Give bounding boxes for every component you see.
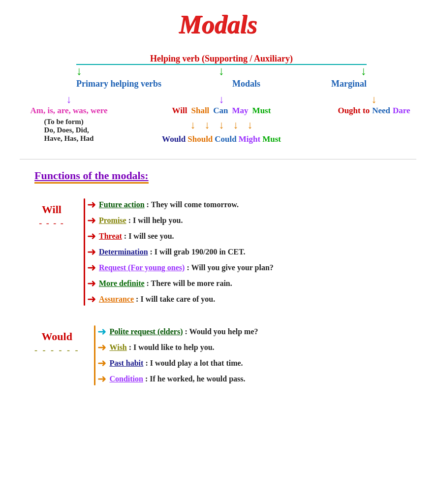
past-habit-text: Past habit : I would play a lot that tim… [109, 359, 243, 368]
would-func-1: ➜ Polite request (elders) : Would you he… [97, 325, 258, 338]
branch-primary: Primary helping verbs [76, 79, 161, 89]
tree-arrows-row: ↓ ↓ ↓ [76, 65, 367, 79]
modals-bottom-row: Would Should Could Might Must [118, 134, 325, 144]
would-bracket-line [94, 325, 95, 385]
branch-modals: Modals [232, 79, 260, 89]
arrow-more-definite: ➜ [87, 277, 96, 290]
functions-section: Functions of the modals: Will - - - - ➜ … [20, 169, 416, 385]
assurance-body: : I will take care of you. [136, 295, 215, 303]
would-bracket-container: ➜ Polite request (elders) : Would you he… [94, 325, 258, 385]
past-habit-body: : I would play a lot that time. [145, 359, 243, 367]
page-title: Modals [20, 10, 416, 39]
purple-arrow-marginal: ↓ [372, 93, 377, 106]
arrow-request: ➜ [87, 261, 96, 274]
past-habit-label: Past habit [109, 359, 143, 367]
could-label: Could [215, 134, 236, 144]
would-func-4: ➜ Condition : If he worked, he would pas… [97, 373, 258, 385]
condition-body: : If he worked, he would pass. [145, 375, 246, 383]
will-func-3: ➜ Threat : I will see you. [87, 230, 274, 243]
would-label-tree: Would [162, 134, 186, 144]
modals-top-row: Will Shall Can May Must [118, 106, 325, 116]
promise-text: Promise : I will help you. [99, 216, 183, 225]
modals-arrows-row: ↓ ↓ ↓ ↓ ↓ [190, 118, 253, 132]
condition-text: Condition : If he worked, he would pass. [109, 375, 245, 383]
must-label: Must [252, 106, 271, 116]
future-action-label: Future action [99, 200, 145, 209]
am-is-are-label: Am, is, are, was, were [30, 106, 107, 116]
arrow-modals: ↓ [218, 65, 224, 77]
more-definite-text: More definite : There will be more rain. [99, 279, 232, 288]
will-label: Will [172, 106, 187, 116]
would-func-3: ➜ Past habit : I would play a lot that t… [97, 357, 258, 370]
would-func-2: ➜ Wish : I would like to help you. [97, 341, 258, 354]
need-label: Need [372, 106, 390, 116]
assurance-label: Assurance [99, 295, 134, 303]
tree-diagram: Helping verb (Supporting / Auxiliary) ↓ … [20, 54, 423, 144]
more-definite-body: : There will be more rain. [147, 279, 232, 287]
request-label: Request (For young ones) [99, 263, 185, 272]
to-be-form-label: (To be form) Do, Does, Did, Have, Has, H… [44, 118, 94, 143]
future-action-text: Future action : They will come tomorrow. [99, 200, 239, 209]
will-func-2: ➜ Promise : I will help you. [87, 214, 274, 227]
must2-label: Must [262, 134, 281, 144]
future-action-body: : They will come tomorrow. [147, 200, 239, 209]
wish-body: : I would like to help you. [129, 343, 215, 351]
arrow-future-action: ➜ [87, 198, 96, 211]
arrow-wish: ➜ [97, 341, 106, 354]
helping-verb-label: Helping verb (Supporting / Auxiliary) [150, 54, 293, 64]
condition-label: Condition [109, 375, 143, 383]
determination-body: : I will grab 190/200 in CET. [150, 248, 246, 256]
should-label: Should [187, 134, 213, 144]
orange-arr-4: ↓ [233, 119, 239, 131]
arrow-condition: ➜ [97, 373, 106, 385]
marginal-col: ↓ Ought to Need Dare [325, 93, 423, 116]
will-dashes: - - - - [39, 218, 64, 228]
will-bracket-container: ➜ Future action : They will come tomorro… [84, 198, 274, 306]
may-label: May [232, 106, 249, 116]
might-label: Might [239, 134, 260, 144]
threat-body: : I will see you. [124, 232, 174, 240]
promise-body: : I will help you. [128, 216, 183, 224]
ought-label: Ought to [338, 106, 370, 116]
orange-arr-3: ↓ [219, 119, 224, 131]
request-body: : Will you give your plan? [187, 263, 273, 272]
more-definite-label: More definite [99, 279, 145, 287]
would-arrows-list: ➜ Polite request (elders) : Would you he… [97, 325, 258, 385]
arrow-past-habit: ➜ [97, 357, 106, 370]
orange-arr-2: ↓ [205, 119, 210, 131]
assurance-text: Assurance : I will take care of you. [99, 295, 215, 304]
orange-arr-5: ↓ [248, 119, 253, 131]
will-function-label: Will - - - - [34, 203, 69, 228]
ought-need-dare-row: Ought to Need Dare [338, 106, 410, 116]
would-dashes: - - - - - - [34, 345, 79, 355]
would-function-label: Would - - - - - - [34, 330, 79, 355]
arrow-threat: ➜ [87, 230, 96, 243]
threat-text: Threat : I will see you. [99, 232, 174, 241]
arrow-promise: ➜ [87, 214, 96, 227]
will-func-4: ➜ Determination : I will grab 190/200 in… [87, 246, 274, 258]
promise-label: Promise [99, 216, 126, 224]
will-func-6: ➜ More definite : There will be more rai… [87, 277, 274, 290]
arrow-primary: ↓ [76, 65, 82, 77]
purple-arrow-primary: ↓ [66, 93, 72, 106]
wish-label: Wish [109, 343, 126, 351]
request-text: Request (For young ones) : Will you give… [99, 263, 274, 272]
polite-label: Polite request (elders) [109, 327, 183, 336]
primary-verbs-col: ↓ Am, is, are, was, were (To be form) Do… [20, 93, 118, 143]
arrow-assurance: ➜ [87, 293, 96, 306]
functions-title: Functions of the modals: [34, 169, 149, 184]
will-func-1: ➜ Future action : They will come tomorro… [87, 198, 274, 211]
branch-marginal: Marginal [331, 79, 367, 89]
will-function-section: Will - - - - ➜ Future action : They will… [34, 198, 402, 306]
shall-label: Shall [191, 106, 209, 116]
determination-label: Determination [99, 248, 148, 256]
would-function-section: Would - - - - - - ➜ Polite request (elde… [34, 325, 402, 385]
arrow-determination: ➜ [87, 246, 96, 258]
can-label: Can [213, 106, 228, 116]
section-divider [20, 159, 416, 159]
will-func-7: ➜ Assurance : I will take care of you. [87, 293, 274, 306]
would-word: Would [42, 330, 72, 343]
will-func-5: ➜ Request (For young ones) : Will you gi… [87, 261, 274, 274]
polite-text: Polite request (elders) : Would you help… [109, 327, 258, 336]
will-bracket-line [84, 198, 85, 306]
